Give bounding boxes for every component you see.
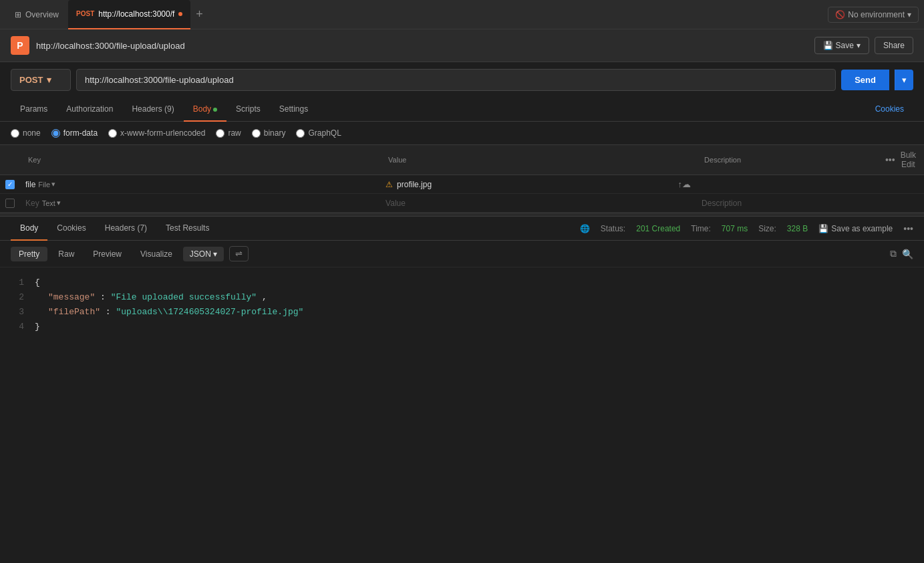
table-row: Key Text ▾ Value Description: [0, 194, 924, 213]
tab-settings[interactable]: Settings: [270, 98, 317, 122]
row1-key-cell: file File ▾: [20, 175, 380, 194]
filter-button[interactable]: ⇌: [229, 246, 249, 261]
save-example-button[interactable]: 💾 Save as example: [818, 224, 893, 233]
request-url-row: POST ▾ Send ▾: [0, 62, 924, 98]
no-environment-dropdown[interactable]: 🚫 No environment ▾: [828, 7, 919, 23]
add-tab-button[interactable]: +: [190, 5, 208, 24]
table-row: ✓ file File ▾: [0, 175, 924, 194]
format-tabs-row: Pretty Raw Preview Visualize JSON ▾ ⇌ ⧉ …: [0, 241, 924, 267]
overview-icon: ⊞: [15, 10, 21, 19]
fmt-tab-pretty[interactable]: Pretty: [11, 247, 47, 261]
table-more-button[interactable]: •••: [885, 154, 895, 165]
active-method-badge: POST: [76, 10, 94, 17]
body-type-urlencoded[interactable]: x-www-form-urlencoded: [108, 128, 205, 138]
response-meta: 🌐 Status: 201 Created Time: 707 ms Size:…: [580, 223, 913, 234]
row1-desc-cell[interactable]: [696, 175, 877, 194]
no-environment-label: No environment: [848, 10, 905, 19]
code-line-2-key: "message": [48, 292, 95, 302]
save-example-icon: 💾: [818, 224, 828, 233]
tab-overview[interactable]: ⊞ Overview: [5, 0, 68, 29]
send-button[interactable]: Send: [841, 70, 889, 90]
copy-button[interactable]: ⧉: [890, 248, 897, 259]
tab-cookies[interactable]: Cookies: [866, 98, 913, 122]
row1-file-name: profile.jpg: [397, 180, 432, 189]
fmt-tab-visualize[interactable]: Visualize: [132, 247, 180, 261]
postman-icon: P: [11, 36, 29, 55]
tab-unsaved-dot: [178, 12, 182, 16]
size-value: 328 B: [787, 224, 808, 233]
tab-active-request[interactable]: POST http://localhost:3000/f: [68, 0, 190, 29]
url-input[interactable]: [76, 69, 836, 91]
send-dropdown-button[interactable]: ▾: [895, 70, 913, 90]
method-select[interactable]: POST ▾: [11, 69, 71, 91]
tab-bar: ⊞ Overview POST http://localhost:3000/f …: [0, 0, 924, 29]
row1-value-cell: ⚠ profile.jpg ↑☁: [380, 175, 696, 194]
col-desc-header: Description: [696, 145, 877, 175]
address-bar-actions: 💾 Save ▾ Share: [814, 37, 913, 54]
share-button[interactable]: Share: [875, 37, 913, 54]
response-panel: Body Cookies Headers (7) Test Results 🌐 …: [0, 217, 924, 563]
type-chevron-icon: ▾: [51, 180, 55, 189]
tab-authorization[interactable]: Authorization: [57, 98, 122, 122]
row2-key-cell: Key Text ▾: [20, 194, 380, 213]
row2-checkbox[interactable]: [5, 199, 15, 208]
body-type-form-data[interactable]: form-data: [51, 128, 98, 138]
body-dot: [213, 108, 217, 112]
nav-tabs: Params Authorization Headers (9) Body Sc…: [0, 98, 924, 122]
tab-params[interactable]: Params: [11, 98, 57, 122]
globe-icon: 🌐: [580, 224, 590, 233]
body-type-none[interactable]: none: [11, 128, 41, 138]
bulk-edit-button[interactable]: Bulk Edit: [901, 150, 916, 169]
time-value: 707 ms: [722, 224, 748, 233]
fmt-tab-preview[interactable]: Preview: [85, 247, 130, 261]
response-tabs-row: Body Cookies Headers (7) Test Results 🌐 …: [0, 217, 924, 241]
checkbox-checked-icon: ✓: [5, 180, 15, 189]
form-data-table-container: Key Value Description ••• Bulk Edit: [0, 145, 924, 213]
upload-icon[interactable]: ↑☁: [678, 179, 691, 189]
tab-bar-right: 🚫 No environment ▾: [828, 7, 919, 23]
body-type-row: none form-data x-www-form-urlencoded raw…: [0, 122, 924, 145]
row2-desc-cell[interactable]: Description: [696, 194, 877, 213]
resp-tab-cookies[interactable]: Cookies: [47, 217, 95, 241]
body-type-raw[interactable]: raw: [216, 128, 241, 138]
fmt-actions: ⧉ 🔍: [890, 248, 913, 259]
col-key-header: Key: [20, 145, 380, 175]
col-value-header: Value: [380, 145, 696, 175]
search-button[interactable]: 🔍: [902, 248, 913, 259]
tab-scripts[interactable]: Scripts: [226, 98, 270, 122]
tab-body[interactable]: Body: [184, 98, 226, 122]
save-icon: 💾: [823, 41, 833, 50]
size-label: Size:: [758, 224, 776, 233]
fmt-tab-raw[interactable]: Raw: [50, 247, 82, 261]
save-button[interactable]: 💾 Save ▾: [814, 37, 869, 54]
method-label: POST: [19, 75, 43, 85]
resp-tab-body[interactable]: Body: [11, 217, 47, 241]
row1-checkbox[interactable]: ✓: [5, 180, 15, 189]
save-dropdown-icon: ▾: [857, 41, 861, 50]
json-format-dropdown[interactable]: JSON ▾: [183, 247, 224, 261]
code-line-2: 2 "message" : "File uploaded successfull…: [11, 290, 913, 305]
body-type-graphql[interactable]: GraphQL: [296, 128, 341, 138]
row2-key-placeholder[interactable]: Key: [25, 199, 39, 208]
row2-type-dropdown[interactable]: Text ▾: [42, 199, 61, 207]
code-line-2-value: "File uploaded successfully": [111, 292, 257, 302]
row2-desc-placeholder: Description: [702, 199, 742, 208]
code-line-3-value: "uploads\\1724605324027-profile.jpg": [116, 307, 303, 317]
resp-tab-headers[interactable]: Headers (7): [96, 217, 156, 241]
row1-type-dropdown[interactable]: File ▾: [38, 180, 55, 189]
type2-chevron-icon: ▾: [57, 199, 61, 207]
response-code-panel: 1 { 2 "message" : "File uploaded success…: [0, 267, 924, 563]
resp-tab-test-results[interactable]: Test Results: [156, 217, 218, 241]
row2-value-cell[interactable]: Value: [380, 194, 696, 213]
address-bar: P http://localhost:3000/file-upload/uplo…: [0, 29, 924, 62]
code-line-1: 1 {: [11, 275, 913, 290]
warning-icon: ⚠: [386, 180, 393, 189]
code-line-3: 3 "filePath" : "uploads\\1724605324027-p…: [11, 305, 913, 320]
body-type-binary[interactable]: binary: [252, 128, 286, 138]
code-line-1-content: {: [35, 275, 913, 290]
overview-label: Overview: [25, 10, 59, 19]
code-line-4-content: }: [35, 320, 913, 334]
response-more-button[interactable]: •••: [903, 223, 913, 234]
col-checkbox: [0, 145, 20, 175]
tab-headers[interactable]: Headers (9): [122, 98, 183, 122]
